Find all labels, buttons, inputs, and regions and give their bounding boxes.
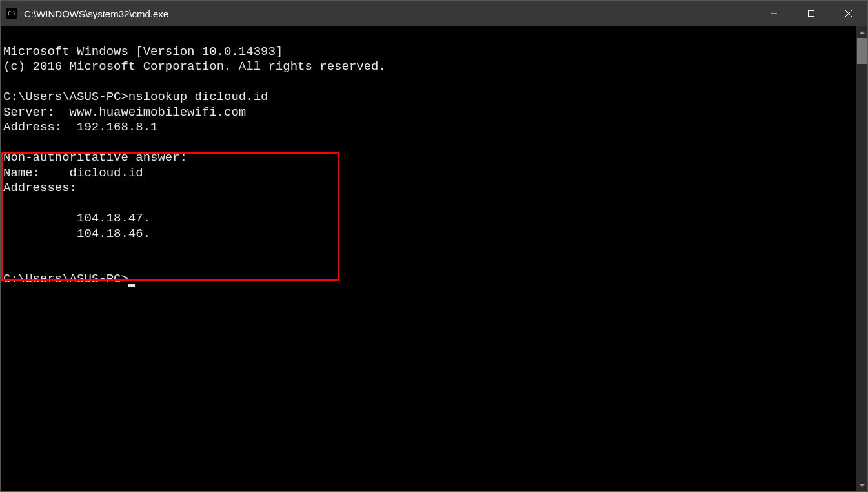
minimize-button[interactable] <box>755 1 792 26</box>
scroll-track[interactable] <box>856 38 867 480</box>
window-title: C:\WINDOWS\system32\cmd.exe <box>24 8 755 19</box>
output-line <box>3 136 856 151</box>
maximize-icon <box>807 10 815 17</box>
output-line: (c) 2016 Microsoft Corporation. All righ… <box>3 59 856 75</box>
output-line: Addresses: <box>3 181 856 196</box>
output-line: Server: www.huaweimobilewifi.com <box>3 105 856 121</box>
chevron-down-icon <box>859 482 865 489</box>
prompt-text: C:\Users\ASUS-PC> <box>3 272 128 286</box>
svg-rect-1 <box>809 11 814 17</box>
close-icon <box>845 10 853 17</box>
output-line: 104.18.46. <box>3 227 856 242</box>
output-line: Microsoft Windows [Version 10.0.14393] <box>3 45 856 60</box>
cmd-window: C:\ C:\WINDOWS\system32\cmd.exe Microsof… <box>0 0 868 492</box>
terminal-output[interactable]: Microsoft Windows [Version 10.0.14393](c… <box>1 26 856 491</box>
output-line: 104.18.47. <box>3 211 856 227</box>
output-line: C:\Users\ASUS-PC>nslookup dicloud.id <box>3 90 856 105</box>
scroll-up-button[interactable] <box>856 26 868 38</box>
output-line: Non-authoritative answer: <box>3 150 856 166</box>
output-line <box>3 196 856 212</box>
maximize-button[interactable] <box>792 1 830 26</box>
chevron-up-icon <box>859 29 865 36</box>
close-button[interactable] <box>830 1 867 26</box>
prompt-line: C:\Users\ASUS-PC> <box>3 272 856 287</box>
cmd-icon: C:\ <box>6 8 17 19</box>
output-line <box>3 241 856 257</box>
scroll-down-button[interactable] <box>856 480 868 491</box>
cursor <box>128 284 135 287</box>
output-line: Address: 192.168.8.1 <box>3 120 856 136</box>
minimize-icon <box>770 10 778 17</box>
output-line: Name: dicloud.id <box>3 166 856 181</box>
window-controls <box>755 1 867 26</box>
output-line <box>3 257 856 272</box>
output-line <box>3 75 856 90</box>
titlebar[interactable]: C:\ C:\WINDOWS\system32\cmd.exe <box>1 1 867 26</box>
scroll-thumb[interactable] <box>857 38 867 64</box>
client-area: Microsoft Windows [Version 10.0.14393](c… <box>1 26 867 491</box>
vertical-scrollbar[interactable] <box>856 26 867 491</box>
